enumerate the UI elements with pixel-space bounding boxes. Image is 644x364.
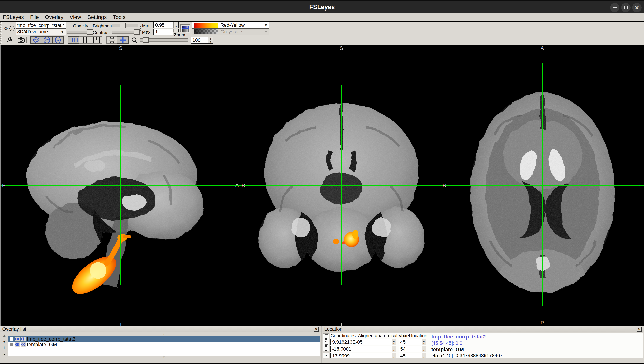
- eye-icon: [21, 338, 26, 340]
- layout-grid-icon: [93, 37, 100, 43]
- info-overlay2-name: template_GM: [431, 346, 464, 352]
- menu-fsleyes[interactable]: FSLeyes: [3, 14, 24, 20]
- link-button[interactable]: [15, 336, 20, 342]
- window-title: FSLeyes: [309, 4, 335, 11]
- voxel-y-input[interactable]: 54 ▲▼: [398, 346, 426, 352]
- negative-cmap-select: Greyscale ▼: [192, 28, 270, 35]
- coronal-canvas[interactable]: [240, 44, 442, 326]
- down-arrow-icon: ▼: [174, 25, 178, 28]
- toggle-sagittal-button[interactable]: [30, 36, 42, 44]
- zoom-input[interactable]: 100 ▲▼: [191, 37, 213, 44]
- overlay-info-button[interactable]: i: [9, 25, 15, 32]
- close-icon: ×: [315, 327, 318, 332]
- add-overlay-button[interactable]: +: [3, 346, 6, 350]
- spinners[interactable]: ▲▼: [422, 339, 426, 345]
- zoom-slider[interactable]: [140, 38, 188, 42]
- move-overlay-up-button[interactable]: ▲: [2, 333, 7, 338]
- zoom-spinners[interactable]: ▲▼: [208, 37, 213, 43]
- document-icon[interactable]: [10, 337, 14, 342]
- axial-crosshair-vertical: [542, 64, 543, 306]
- remove-overlay-button[interactable]: -: [4, 352, 5, 356]
- overlay-toolbar: ⚙ i tmp_tfce_corrp_tstat2 3D/4D volume ▼…: [0, 22, 644, 36]
- voxel-x-input[interactable]: 45 ▲▼: [398, 339, 426, 345]
- visibility-button[interactable]: [21, 336, 26, 342]
- info-overlay1-name: tmp_tfce_corrp_tstat2: [431, 334, 486, 340]
- layout-vertical-button[interactable]: [79, 36, 91, 44]
- axial-canvas[interactable]: [442, 44, 644, 326]
- overlay-name-field[interactable]: tmp_tfce_corrp_tstat2: [16, 22, 66, 28]
- world-y-input[interactable]: -18.0001 ▲▼: [330, 346, 396, 352]
- overlay-list-titlebar[interactable]: Overlay list ×: [0, 326, 321, 332]
- overlay-list-item[interactable]: template_GM: [8, 342, 320, 347]
- info-overlay2-value: [45 54 45]: 0.3479888439178467: [431, 353, 503, 358]
- axial-right-label: L: [639, 182, 642, 188]
- world-x-input[interactable]: 9.918213E-05 ▲▼: [330, 339, 396, 345]
- min-input[interactable]: 0.95 ▲▼: [153, 22, 179, 28]
- menu-tools[interactable]: Tools: [113, 14, 125, 20]
- sagittal-top-label: S: [119, 45, 122, 51]
- brightness-label: Brightness: [93, 23, 114, 29]
- overlay-list-box: tmp_tfce_corrp_tstat2: [8, 336, 320, 356]
- opacity-slider[interactable]: [67, 30, 92, 34]
- layout-horizontal-button[interactable]: [68, 36, 79, 44]
- document-icon[interactable]: [10, 342, 14, 347]
- location-close-button[interactable]: ×: [637, 327, 642, 332]
- overlay-settings-button[interactable]: ⚙: [3, 25, 9, 32]
- brightness-slider-thumb[interactable]: [120, 23, 126, 28]
- close-button[interactable]: ×: [632, 3, 641, 12]
- up-arrow-icon: ▲: [392, 339, 396, 342]
- menu-settings[interactable]: Settings: [87, 14, 107, 20]
- menu-overlay[interactable]: Overlay: [45, 14, 63, 20]
- toolbar-gripper[interactable]: [0, 36, 3, 44]
- location-content: Coordinates: Aligned anatomical Voxel lo…: [330, 333, 643, 360]
- toolbar-gripper[interactable]: [0, 22, 3, 35]
- contrast-slider[interactable]: [112, 30, 138, 34]
- screenshot-button[interactable]: [16, 36, 27, 44]
- menu-view[interactable]: View: [70, 14, 81, 20]
- zoom-slider-thumb[interactable]: [143, 38, 149, 42]
- spinners[interactable]: ▲▼: [392, 346, 396, 352]
- minimize-button[interactable]: [610, 3, 619, 12]
- min-spinners[interactable]: ▲▼: [173, 22, 178, 28]
- spinners[interactable]: ▲▼: [422, 353, 426, 359]
- down-arrow-icon: ▼: [422, 342, 426, 345]
- toggle-crosshair-button[interactable]: [117, 36, 128, 44]
- chevron-down-icon: ▼: [264, 23, 268, 28]
- sagittal-crosshair-horizontal: [2, 185, 240, 186]
- cmap-select[interactable]: Red-Yellow ▼: [192, 22, 270, 28]
- overlay-type-select[interactable]: 3D/4D volume ▼: [16, 28, 66, 35]
- tab-location[interactable]: Location: [323, 334, 329, 352]
- spinners[interactable]: ▲▼: [422, 346, 426, 352]
- brightness-slider[interactable]: [112, 24, 138, 27]
- close-icon: ×: [638, 327, 640, 332]
- reset-button[interactable]: RESET: [138, 24, 141, 33]
- overlay-list-item[interactable]: tmp_tfce_corrp_tstat2: [8, 336, 320, 342]
- toggle-coronal-button[interactable]: [42, 36, 53, 44]
- titlebar[interactable]: FSLeyes ×: [0, 0, 644, 13]
- toggle-axial-button[interactable]: [53, 36, 64, 44]
- sagittal-view-icon: [32, 37, 40, 43]
- spinners[interactable]: ▲▼: [392, 339, 396, 345]
- coronal-right-label: L: [438, 182, 440, 188]
- negative-cmap-toggle[interactable]: [180, 24, 190, 33]
- location-titlebar[interactable]: Location ×: [322, 326, 644, 332]
- overlay-list-scroll-up[interactable]: ▲: [8, 333, 320, 336]
- sagittal-right-label: A: [235, 182, 239, 188]
- move-overlay-down-button[interactable]: ▼: [2, 339, 7, 344]
- eye-icon: [21, 343, 26, 346]
- layout-grid-button[interactable]: [91, 36, 102, 44]
- restore-button[interactable]: [621, 3, 630, 12]
- view-settings-button[interactable]: [3, 36, 15, 44]
- coronal-crosshair-vertical: [341, 86, 342, 285]
- min-label: Min.: [142, 23, 150, 28]
- overlay-list-close-button[interactable]: ×: [314, 327, 319, 332]
- overlay-list-controls: ▲ ▼ + -: [1, 333, 8, 362]
- movie-mode-button[interactable]: [106, 36, 117, 44]
- link-button[interactable]: [15, 342, 20, 347]
- coronal-view-icon: [43, 37, 50, 43]
- coronal-crosshair-horizontal: [240, 185, 442, 186]
- visibility-button[interactable]: [21, 342, 26, 347]
- sagittal-left-label: P: [2, 182, 6, 188]
- menu-file[interactable]: File: [30, 14, 39, 20]
- opacity-slider-thumb[interactable]: [87, 30, 93, 35]
